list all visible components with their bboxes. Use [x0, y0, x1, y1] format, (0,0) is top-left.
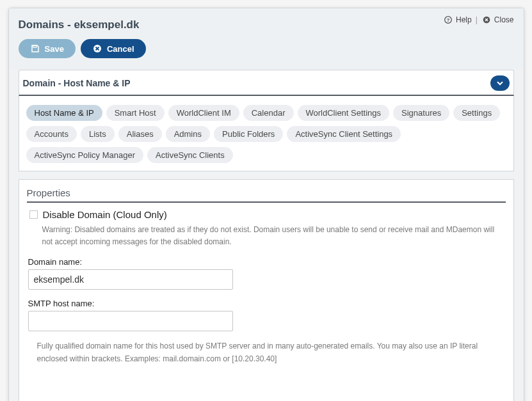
section-title: Domain - Host Name & IP — [23, 78, 131, 88]
tab-calendar[interactable]: Calendar — [243, 105, 294, 121]
save-button[interactable]: Save — [19, 39, 76, 58]
cancel-label: Cancel — [107, 44, 134, 54]
close-label: Close — [494, 15, 514, 24]
tab-list: Host Name & IPSmart HostWorldClient IMCa… — [19, 96, 514, 171]
svg-rect-3 — [33, 45, 36, 47]
save-icon — [30, 43, 40, 54]
tab-admins[interactable]: Admins — [166, 126, 210, 142]
tab-host-name-ip[interactable]: Host Name & IP — [26, 105, 102, 121]
tab-accounts[interactable]: Accounts — [26, 126, 77, 142]
domain-dialog: Domains - eksempel.dk ? Help | Close Sav… — [8, 8, 524, 401]
tab-smart-host[interactable]: Smart Host — [106, 105, 165, 121]
collapse-button[interactable] — [490, 75, 510, 91]
disable-domain-hint: Warning: Disabled domains are treated as… — [27, 224, 506, 248]
tab-worldclient-settings[interactable]: WorldClient Settings — [298, 105, 390, 121]
tab-activesync-clients[interactable]: ActiveSync Clients — [147, 147, 233, 163]
cancel-button[interactable]: Cancel — [81, 39, 146, 58]
close-link[interactable]: Close — [481, 15, 514, 25]
section-header: Domain - Host Name & IP — [19, 70, 514, 96]
tab-worldclient-im[interactable]: WorldClient IM — [168, 105, 239, 121]
disable-domain-row: Disable Domain (Cloud Only) — [27, 209, 506, 220]
disable-domain-checkbox[interactable] — [29, 210, 38, 219]
cancel-icon — [92, 43, 102, 54]
chevron-down-icon — [496, 79, 504, 87]
smtp-host-input[interactable] — [28, 311, 233, 331]
disable-domain-label: Disable Domain (Cloud Only) — [43, 209, 167, 220]
help-link[interactable]: ? Help — [443, 15, 472, 25]
close-icon — [481, 15, 492, 25]
help-icon: ? — [443, 15, 453, 25]
save-label: Save — [45, 44, 64, 54]
properties-panel: Properties Disable Domain (Cloud Only) W… — [19, 179, 514, 401]
tab-settings[interactable]: Settings — [453, 105, 500, 121]
dialog-title: Domains - eksempel.dk — [19, 15, 140, 31]
separator: | — [476, 15, 478, 24]
help-label: Help — [456, 15, 472, 24]
toolbar: Save Cancel — [9, 31, 524, 70]
tab-aliases[interactable]: Aliases — [118, 126, 162, 142]
tab-activesync-policy-manager[interactable]: ActiveSync Policy Manager — [26, 147, 144, 163]
tab-activesync-client-settings[interactable]: ActiveSync Client Settings — [287, 126, 401, 142]
domain-name-input[interactable] — [28, 269, 233, 290]
tab-lists[interactable]: Lists — [81, 126, 115, 142]
tab-signatures[interactable]: Signatures — [393, 105, 449, 121]
panel-heading: Properties — [27, 187, 506, 203]
smtp-host-hint: Fully qualified domain name for this hos… — [27, 340, 506, 365]
tab-public-folders[interactable]: Public Folders — [214, 126, 283, 142]
header-actions: ? Help | Close — [443, 15, 514, 25]
smtp-host-label: SMTP host name: — [28, 299, 506, 308]
domain-name-label: Domain name: — [28, 257, 506, 267]
dialog-header: Domains - eksempel.dk ? Help | Close — [9, 8, 524, 31]
svg-text:?: ? — [447, 17, 450, 23]
